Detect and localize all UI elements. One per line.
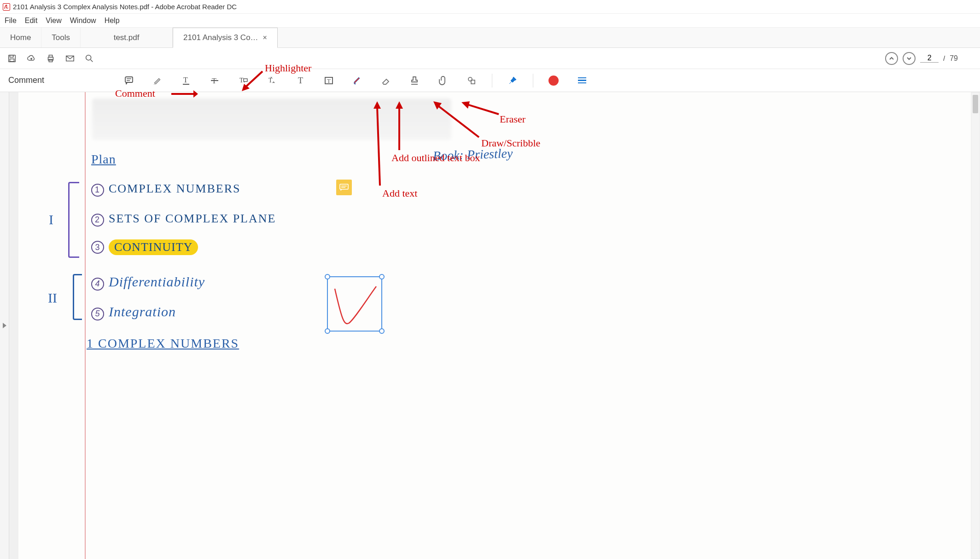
menu-view[interactable]: View	[46, 17, 61, 25]
bracket-2	[73, 274, 82, 320]
tab-tools[interactable]: Tools	[41, 28, 81, 47]
add-text-icon[interactable]: T	[292, 72, 309, 89]
eraser-icon[interactable]	[378, 72, 394, 89]
vertical-scrollbar[interactable]	[972, 93, 979, 558]
arrow-icon	[170, 88, 198, 99]
resize-handle-bl[interactable]	[325, 328, 330, 334]
document-view[interactable]: Plan I 1COMPLEX NUMBERS 2SETS OF COMPLEX…	[9, 92, 980, 559]
arrow-icon	[394, 100, 405, 152]
hw-line-2: 2SETS OF COMPLEX PLANE	[91, 212, 276, 227]
page-input[interactable]	[920, 54, 939, 63]
page-up-icon[interactable]	[885, 52, 898, 65]
print-icon[interactable]	[42, 50, 59, 67]
page-sep: /	[943, 55, 945, 62]
highlight-icon[interactable]	[149, 72, 166, 89]
circled-3: 3	[91, 241, 104, 254]
annot-comment-label: Comment	[115, 87, 155, 99]
pdf-page: Plan I 1COMPLEX NUMBERS 2SETS OF COMPLEX…	[18, 92, 971, 559]
acrobat-icon	[3, 3, 10, 11]
tab-file-analysis[interactable]: 2101 Analysis 3 Co… ×	[173, 28, 278, 48]
hw-line-5: 5Integration	[91, 304, 176, 320]
text-replace-icon[interactable]: T	[263, 72, 280, 89]
main-toolbar: / 79	[0, 48, 980, 69]
svg-rect-8	[125, 77, 133, 82]
menu-window[interactable]: Window	[70, 17, 96, 25]
pencil-draw-icon[interactable]	[349, 72, 366, 89]
panel-menu-icon[interactable]	[574, 72, 590, 89]
shapes-tool[interactable]	[463, 72, 480, 89]
underline-icon[interactable]: T	[178, 72, 194, 89]
svg-rect-2	[10, 58, 14, 61]
circled-5: 5	[91, 308, 104, 320]
annot-textbox-label: Add outlined text box	[391, 152, 480, 164]
scrollbar-thumb[interactable]	[973, 95, 978, 113]
attach-tool[interactable]	[435, 72, 451, 89]
tab-home[interactable]: Home	[0, 28, 41, 47]
close-icon[interactable]: ×	[263, 34, 267, 42]
svg-rect-4	[49, 55, 52, 57]
tab-file-test[interactable]: test.pdf	[81, 28, 173, 47]
sticky-note-icon[interactable]	[121, 72, 137, 89]
stamp-tool[interactable]	[406, 72, 423, 89]
bracket-1	[68, 182, 79, 258]
email-icon[interactable]	[62, 50, 78, 67]
circled-4: 4	[91, 278, 104, 291]
resize-handle-tr[interactable]	[379, 274, 385, 280]
hw-line-5-text: Integration	[109, 304, 176, 319]
annot-eraser-label: Eraser	[500, 113, 525, 125]
menu-file[interactable]: File	[5, 17, 17, 25]
save-icon[interactable]	[4, 50, 20, 67]
circled-1: 1	[91, 184, 104, 197]
menu-edit[interactable]: Edit	[25, 17, 38, 25]
svg-marker-28	[193, 90, 198, 98]
pin-icon[interactable]	[504, 72, 521, 89]
strikethrough-icon[interactable]: T	[206, 72, 223, 89]
shapes-icon	[463, 72, 480, 89]
page-nav: / 79	[885, 52, 976, 65]
hw-line-4-text: Differentiability	[109, 274, 205, 289]
record-icon[interactable]	[545, 72, 562, 89]
toolbar-divider	[533, 74, 533, 87]
svg-rect-5	[49, 59, 52, 62]
resize-handle-br[interactable]	[379, 328, 385, 334]
annot-highlighter-label: Highlighter	[265, 62, 311, 74]
hw-line-1-text: COMPLEX NUMBERS	[109, 182, 240, 195]
arrow-icon	[239, 69, 265, 92]
hw-plan: Plan	[91, 152, 116, 167]
svg-marker-34	[396, 101, 403, 109]
zoom-icon[interactable]	[81, 50, 98, 67]
text-box-icon[interactable]: T	[321, 72, 337, 89]
hw-line-2-text: SETS OF COMPLEX PLANE	[109, 212, 276, 225]
sticky-note-annotation[interactable]	[336, 180, 352, 195]
circled-2: 2	[91, 214, 104, 227]
svg-rect-24	[340, 184, 348, 189]
highlight-annotation[interactable]: CONTINUITY	[109, 239, 198, 255]
menu-help[interactable]: Help	[105, 17, 120, 25]
svg-line-31	[377, 107, 380, 186]
svg-text:T: T	[327, 77, 331, 84]
annot-addtext-label: Add text	[382, 187, 417, 199]
svg-line-29	[245, 71, 262, 87]
acrobat-window: 2101 Analysis 3 Complex Analysis Notes.p…	[0, 0, 980, 559]
stamp-icon	[406, 72, 423, 89]
svg-marker-38	[461, 101, 470, 109]
attach-icon	[435, 72, 451, 89]
page-down-icon[interactable]	[903, 52, 916, 65]
tab-home-label: Home	[10, 33, 31, 42]
cloud-upload-icon[interactable]	[23, 50, 40, 67]
roman-2: II	[48, 290, 57, 306]
annot-draw-label: Draw/Scribble	[481, 137, 540, 149]
tab-file-test-label: test.pdf	[114, 33, 140, 42]
svg-text:T: T	[183, 76, 188, 84]
resize-handle-tl[interactable]	[325, 274, 330, 280]
svg-point-7	[86, 55, 91, 60]
margin-line	[85, 92, 86, 559]
svg-line-37	[466, 104, 499, 114]
hw-line-1: 1COMPLEX NUMBERS	[91, 182, 240, 197]
drawing-selection[interactable]	[327, 276, 382, 332]
tabbar: Home Tools test.pdf 2101 Analysis 3 Co… …	[0, 28, 980, 48]
tab-file-analysis-label: 2101 Analysis 3 Co…	[183, 33, 258, 42]
left-panel-toggle[interactable]	[0, 92, 9, 559]
titlebar: 2101 Analysis 3 Complex Analysis Notes.p…	[0, 0, 980, 14]
roman-1: I	[49, 212, 53, 227]
